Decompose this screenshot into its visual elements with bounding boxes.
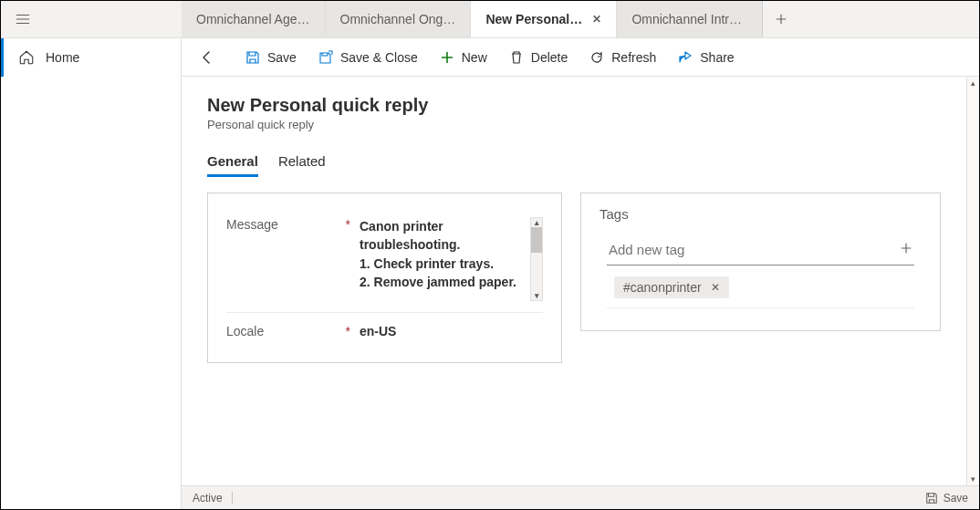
scroll-down-icon[interactable]: ▾	[967, 473, 979, 485]
plus-icon	[900, 242, 912, 255]
close-icon[interactable]: ✕	[592, 13, 601, 26]
tags-title: Tags	[599, 206, 922, 222]
message-scrollbar[interactable]: ▴ ▾	[530, 217, 543, 301]
form-tabs: General Related	[207, 150, 941, 178]
add-tag-row[interactable]	[607, 234, 914, 265]
locale-label: Locale *	[226, 324, 360, 338]
new-button[interactable]: New	[431, 45, 496, 70]
scroll-down-icon[interactable]: ▾	[535, 291, 539, 300]
status-bar: Active Save	[182, 485, 979, 509]
record-status: Active	[193, 492, 223, 505]
content-scrollbar[interactable]: ▴ ▾	[966, 77, 979, 485]
sidebar: Home	[1, 38, 182, 509]
tab-new-personal-quick-reply[interactable]: New Personal quick reply ✕	[471, 1, 617, 37]
home-icon	[18, 49, 35, 66]
remove-tag-icon[interactable]: ✕	[711, 281, 720, 294]
back-button[interactable]	[193, 45, 222, 70]
add-tab-button[interactable]	[763, 1, 799, 37]
delete-button[interactable]: Delete	[500, 45, 577, 70]
message-label: Message *	[226, 217, 360, 232]
save-button[interactable]: Save	[236, 45, 306, 70]
tab-omnichannel-ongoing[interactable]: Omnichannel Ong…	[326, 1, 472, 37]
tag-chip-label: #canonprinter	[623, 280, 702, 295]
add-tag-button[interactable]	[900, 240, 912, 259]
statusbar-save-button[interactable]: Save	[925, 492, 968, 505]
refresh-icon	[589, 50, 604, 65]
required-indicator: *	[346, 324, 350, 338]
scroll-thumb[interactable]	[531, 227, 542, 253]
save-close-button[interactable]: Save & Close	[309, 45, 427, 70]
tab-strip: Omnichannel Age… Omnichannel Ong… New Pe…	[182, 1, 979, 37]
plus-icon	[775, 13, 787, 26]
message-field[interactable]: Canon printer troubleshooting. 1. Check …	[360, 217, 543, 301]
required-indicator: *	[346, 217, 350, 232]
tab-general[interactable]: General	[207, 150, 258, 177]
locale-field[interactable]: en-US	[360, 324, 543, 338]
trash-icon	[509, 50, 524, 65]
page-subtitle: Personal quick reply	[207, 118, 941, 131]
save-close-icon	[318, 50, 333, 65]
tab-omnichannel-agent[interactable]: Omnichannel Age…	[182, 1, 326, 37]
message-text: Canon printer troubleshooting. 1. Check …	[360, 217, 530, 301]
hamburger-icon	[15, 11, 31, 27]
back-arrow-icon	[200, 50, 214, 65]
page-title: New Personal quick reply	[207, 95, 941, 116]
tags-panel: Tags #canonprinter ✕	[580, 193, 941, 331]
refresh-button[interactable]: Refresh	[580, 45, 665, 70]
tag-chip[interactable]: #canonprinter ✕	[614, 276, 729, 298]
save-icon	[925, 492, 938, 505]
sidebar-item-home[interactable]: Home	[1, 38, 181, 77]
command-bar: Save Save & Close New Delete Refresh	[182, 38, 979, 77]
tab-omnichannel-intraday[interactable]: Omnichannel Intra…	[617, 1, 763, 37]
content-area: New Personal quick reply Personal quick …	[182, 77, 966, 485]
tab-related[interactable]: Related	[278, 150, 326, 177]
scroll-up-icon[interactable]: ▴	[535, 218, 539, 227]
save-icon	[245, 50, 260, 65]
sidebar-item-label: Home	[46, 50, 79, 65]
share-icon	[678, 50, 693, 65]
hamburger-menu[interactable]	[1, 1, 45, 37]
scroll-up-icon[interactable]: ▴	[967, 77, 979, 89]
share-button[interactable]: Share	[669, 45, 743, 70]
general-panel: Message * Canon printer troubleshooting.…	[207, 193, 562, 363]
plus-icon	[440, 50, 454, 65]
add-tag-input[interactable]	[609, 242, 900, 257]
